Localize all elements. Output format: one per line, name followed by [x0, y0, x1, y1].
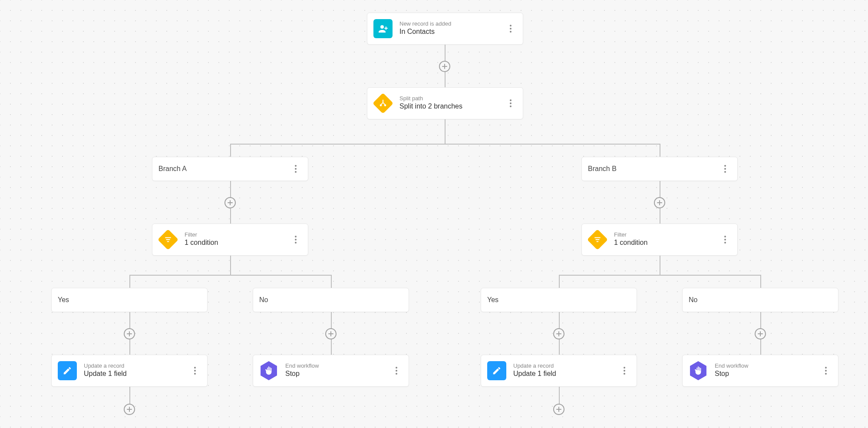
node-subtitle: New record is added — [399, 21, 502, 27]
branch-label-text: Branch B — [588, 165, 716, 173]
connector — [129, 275, 331, 276]
node-menu-button[interactable] — [618, 365, 630, 377]
node-menu-button[interactable] — [719, 234, 731, 246]
branch-label-text: No — [259, 296, 403, 304]
branch-a-label[interactable]: Branch A — [152, 157, 308, 181]
update-node-b[interactable]: Update a record Update 1 field — [481, 355, 637, 387]
node-menu-button[interactable] — [290, 234, 302, 246]
stop-hand-icon — [689, 361, 708, 380]
yes-b-label[interactable]: Yes — [481, 288, 637, 312]
add-step-button[interactable] — [124, 328, 135, 339]
node-menu-button[interactable] — [820, 365, 832, 377]
add-step-button[interactable] — [325, 328, 337, 339]
node-subtitle: Filter — [185, 232, 287, 238]
connector — [559, 275, 560, 288]
filter-node-b[interactable]: Filter 1 condition — [581, 224, 738, 256]
node-title: Stop — [715, 369, 817, 379]
node-title: Stop — [285, 369, 388, 379]
trigger-node[interactable]: New record is added In Contacts — [367, 13, 523, 45]
node-title: Split into 2 branches — [399, 102, 502, 111]
node-menu-button[interactable] — [505, 23, 517, 35]
add-step-button[interactable] — [224, 197, 236, 208]
svg-point-2 — [385, 105, 386, 106]
node-subtitle: Update a record — [513, 363, 616, 369]
node-subtitle: End workflow — [715, 363, 817, 369]
node-subtitle: Split path — [399, 95, 502, 102]
pencil-icon — [487, 361, 506, 380]
filter-node-a[interactable]: Filter 1 condition — [152, 224, 308, 256]
node-title: 1 condition — [614, 238, 716, 247]
node-title: In Contacts — [399, 27, 502, 36]
node-subtitle: End workflow — [285, 363, 388, 369]
filter-icon — [588, 230, 607, 249]
branch-label-text: No — [689, 296, 832, 304]
connector — [445, 119, 446, 144]
svg-point-1 — [380, 105, 382, 106]
connector — [660, 256, 660, 275]
connector — [129, 387, 130, 404]
add-step-button[interactable] — [124, 404, 135, 415]
add-step-button[interactable] — [553, 404, 564, 415]
node-menu-button[interactable] — [505, 97, 517, 109]
add-step-button[interactable] — [553, 328, 564, 339]
connector — [230, 256, 231, 275]
node-title: 1 condition — [185, 238, 287, 247]
branch-label-text: Yes — [487, 296, 630, 304]
split-icon — [373, 94, 393, 113]
connector — [129, 275, 130, 288]
connector — [230, 144, 231, 157]
split-node[interactable]: Split path Split into 2 branches — [367, 87, 523, 119]
stop-hand-icon — [259, 361, 278, 380]
node-title: Update 1 field — [513, 369, 616, 379]
connector — [760, 275, 761, 288]
connector — [559, 387, 560, 404]
person-add-icon — [373, 19, 393, 38]
branch-b-label[interactable]: Branch B — [581, 157, 738, 181]
no-a-label[interactable]: No — [253, 288, 409, 312]
workflow-canvas[interactable]: New record is added In Contacts Split pa… — [0, 0, 868, 428]
filter-icon — [158, 230, 178, 249]
connector — [331, 275, 332, 288]
branch-label-text: Branch A — [158, 165, 287, 173]
branch-label-text: Yes — [58, 296, 201, 304]
svg-point-0 — [380, 25, 384, 29]
connector — [230, 144, 660, 145]
node-menu-button[interactable] — [189, 365, 201, 377]
stop-node-b[interactable]: End workflow Stop — [682, 355, 838, 387]
connector — [660, 144, 660, 157]
node-title: Update 1 field — [84, 369, 186, 379]
node-menu-button[interactable] — [390, 365, 403, 377]
pencil-icon — [58, 361, 77, 380]
node-menu-button[interactable] — [290, 163, 302, 175]
node-menu-button[interactable] — [719, 163, 731, 175]
no-b-label[interactable]: No — [682, 288, 838, 312]
node-subtitle: Update a record — [84, 363, 186, 369]
add-step-button[interactable] — [439, 61, 450, 72]
add-step-button[interactable] — [654, 197, 665, 208]
yes-a-label[interactable]: Yes — [51, 288, 208, 312]
connector — [559, 275, 760, 276]
update-node-a[interactable]: Update a record Update 1 field — [51, 355, 208, 387]
node-subtitle: Filter — [614, 232, 716, 238]
stop-node-a[interactable]: End workflow Stop — [253, 355, 409, 387]
add-step-button[interactable] — [755, 328, 766, 339]
